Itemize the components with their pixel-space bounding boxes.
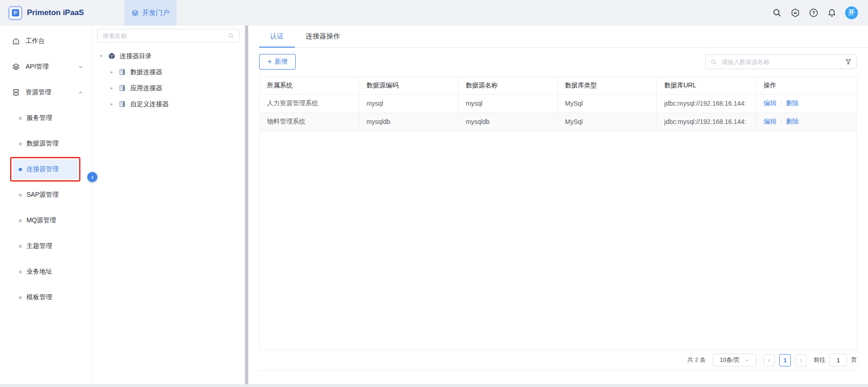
sidebar-item-label: API管理: [26, 63, 49, 71]
bullet-icon: [19, 194, 22, 197]
bullet-icon: [19, 296, 22, 299]
tree-node-label: 数据连接器: [130, 68, 162, 76]
sidebar-item-template-mgmt[interactable]: 模板管理: [0, 285, 92, 310]
sidebar-item-business-address[interactable]: 业务地址: [0, 259, 92, 285]
topbar: P Primeton iPaaS 开发门户 AI: [0, 0, 868, 26]
sidebar-collapse-handle[interactable]: ‹: [87, 172, 97, 182]
brand: P Primeton iPaaS: [0, 6, 84, 20]
svg-text:?: ?: [812, 11, 815, 16]
bullet-icon: [19, 142, 22, 145]
page-number-1[interactable]: 1: [779, 354, 791, 366]
sidebar-item-label: 主题管理: [27, 242, 52, 250]
column-header-system: 所属系统: [260, 77, 359, 94]
portal-tab-dev[interactable]: 开发门户: [124, 0, 176, 26]
sidebar-item-mq-source-mgmt[interactable]: MQ源管理: [0, 208, 92, 233]
panel-scrollbar[interactable]: [245, 26, 248, 384]
goto-page: 前往 页: [814, 354, 857, 366]
document-icon: [118, 84, 126, 92]
main-panel: 认证 连接器操作 + 新增: [248, 26, 868, 384]
pagination-total: 共 2 条: [687, 356, 706, 364]
add-button-label: 新增: [275, 58, 288, 66]
tree-node-custom-connector[interactable]: ▸ 自定义连接器: [92, 96, 245, 112]
server-icon: [12, 88, 20, 97]
cell-name: mysql: [458, 94, 557, 113]
sidebar-item-label: 工作台: [26, 37, 45, 45]
add-button[interactable]: + 新增: [259, 54, 296, 70]
divider: [781, 100, 782, 106]
tree-node-connector-catalog[interactable]: ▾ 连接器目录: [92, 48, 245, 64]
sidebar-item-datasource-mgmt[interactable]: 数据源管理: [0, 131, 92, 156]
brand-name: Primeton iPaaS: [27, 8, 84, 17]
tree-node-app-connector[interactable]: ▸ 应用连接器: [92, 80, 245, 96]
tree-search-input[interactable]: [102, 32, 224, 40]
cell-system: 物料管理系统: [260, 113, 359, 131]
tab-connector-operations[interactable]: 连接器操作: [295, 26, 351, 47]
goto-label: 前往: [814, 356, 825, 364]
column-header-name: 数据源名称: [458, 77, 557, 94]
datasource-table: 所属系统 数据源编码 数据源名称 数据库类型 数据库URL 操作 人力资源管理系…: [260, 77, 857, 131]
edit-link[interactable]: 编辑: [764, 118, 777, 125]
edit-link[interactable]: 编辑: [764, 99, 777, 107]
avatar[interactable]: 开: [845, 6, 858, 19]
prev-page-button[interactable]: ‹: [763, 354, 775, 366]
cell-code: mysqldb: [359, 113, 458, 131]
divider: [781, 118, 782, 124]
table-row: 物料管理系统 mysqldb mysqldb MySql jdbc:mysql:…: [260, 113, 857, 131]
caret-right-icon[interactable]: ▸: [109, 86, 114, 91]
cell-db-type: MySql: [558, 113, 657, 131]
sidebar-item-label: 数据源管理: [27, 140, 59, 148]
sidebar-item-service-mgmt[interactable]: 服务管理: [0, 105, 92, 131]
column-header-code: 数据源编码: [359, 77, 458, 94]
search-icon[interactable]: [772, 8, 782, 18]
goto-page-input[interactable]: [830, 354, 847, 366]
sidebar-item-sap-source-mgmt[interactable]: SAP源管理: [0, 182, 92, 208]
bell-icon[interactable]: [827, 8, 837, 18]
toolbar: + 新增: [259, 54, 857, 70]
sidebar-item-label: SAP源管理: [27, 191, 59, 199]
tree-node-label: 自定义连接器: [130, 100, 169, 108]
app-window: P Primeton iPaaS 开发门户 AI: [0, 0, 868, 384]
caret-right-icon[interactable]: ▸: [109, 102, 114, 107]
tree-search: [97, 29, 240, 43]
next-page-button[interactable]: ›: [795, 354, 807, 366]
delete-link[interactable]: 删除: [786, 99, 799, 107]
layers-icon: [131, 9, 139, 17]
page-size-value: 10条/页: [719, 356, 740, 364]
help-icon[interactable]: ?: [809, 8, 819, 18]
bullet-icon: [19, 219, 22, 222]
sidebar-item-label: MQ源管理: [27, 216, 56, 225]
sidebar-item-connector-mgmt[interactable]: 连接器管理: [0, 156, 92, 182]
tree-node-label: 连接器目录: [120, 52, 152, 60]
tree-node-data-connector[interactable]: ▸ 数据连接器: [92, 64, 245, 80]
sidebar-item-label: 服务管理: [27, 114, 52, 122]
page-size-select[interactable]: 10条/页: [713, 354, 756, 366]
bullet-icon: [19, 117, 22, 120]
sidebar-item-workbench[interactable]: 工作台: [0, 28, 92, 54]
cell-system: 人力资源管理系统: [260, 94, 359, 113]
goto-suffix: 页: [851, 356, 857, 364]
topbar-actions: AI ? 开: [772, 6, 868, 19]
delete-link[interactable]: 删除: [786, 118, 799, 125]
filter-icon[interactable]: [845, 58, 852, 65]
tree-node-label: 应用连接器: [130, 84, 162, 92]
brand-logo-letter: P: [12, 9, 19, 16]
bullet-icon: [19, 245, 22, 248]
sidebar-item-topic-mgmt[interactable]: 主题管理: [0, 233, 92, 259]
cell-db-type: MySql: [558, 94, 657, 113]
caret-right-icon[interactable]: ▸: [109, 70, 114, 75]
ai-assistant-icon[interactable]: AI: [790, 8, 800, 18]
document-icon: [118, 68, 126, 76]
home-icon: [12, 37, 20, 45]
pagination: 共 2 条 10条/页 ‹ 1 › 前往 页: [259, 350, 857, 371]
caret-down-icon[interactable]: ▾: [99, 54, 104, 59]
sidebar-item-resource-mgmt[interactable]: 资源管理: [0, 80, 92, 105]
svg-text:AI: AI: [793, 11, 797, 15]
table-header-row: 所属系统 数据源编码 数据源名称 数据库类型 数据库URL 操作: [260, 77, 857, 94]
sidebar-item-label: 业务地址: [27, 268, 52, 276]
sidebar-item-label: 连接器管理: [27, 165, 59, 173]
sidebar-item-api-mgmt[interactable]: API管理: [0, 54, 92, 80]
datasource-search-input[interactable]: [721, 58, 841, 66]
column-header-db-type: 数据库类型: [558, 77, 657, 94]
tab-authentication[interactable]: 认证: [259, 26, 295, 47]
column-header-db-url: 数据库URL: [657, 77, 756, 94]
